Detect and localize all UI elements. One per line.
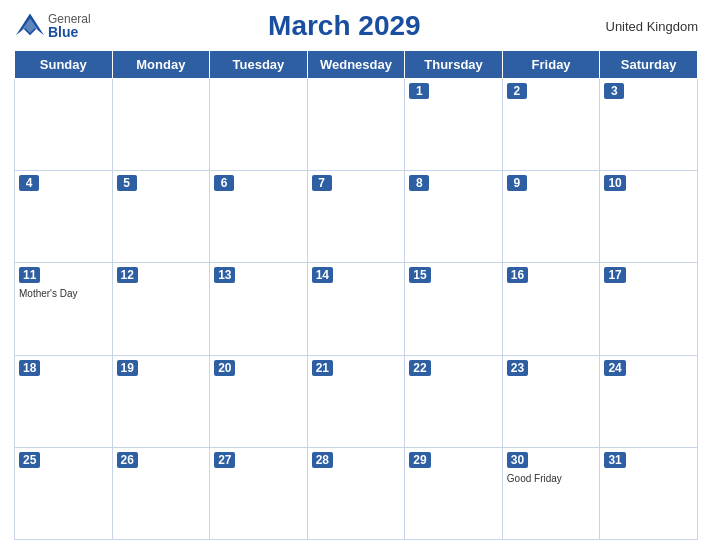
bird-icon [14, 12, 46, 40]
calendar-cell-0-1 [112, 79, 210, 171]
logo-text: General Blue [48, 13, 91, 39]
cell-date-number: 1 [409, 83, 429, 99]
logo-blue-text: Blue [48, 25, 91, 39]
header-friday: Friday [502, 51, 600, 79]
calendar-cell-4-0: 25 [15, 447, 113, 539]
cell-date-number: 3 [604, 83, 624, 99]
cell-date-number: 25 [19, 452, 40, 468]
cell-date-number: 18 [19, 360, 40, 376]
calendar-cell-3-4: 22 [405, 355, 503, 447]
calendar-cell-4-2: 27 [210, 447, 308, 539]
day-headers-row: Sunday Monday Tuesday Wednesday Thursday… [15, 51, 698, 79]
week-row-4: 18192021222324 [15, 355, 698, 447]
cell-date-number: 11 [19, 267, 40, 283]
calendar-cell-3-5: 23 [502, 355, 600, 447]
logo: General Blue [14, 12, 91, 40]
cell-date-number: 5 [117, 175, 137, 191]
header-wednesday: Wednesday [307, 51, 405, 79]
cell-date-number: 4 [19, 175, 39, 191]
calendar-cell-2-6: 17 [600, 263, 698, 355]
header-monday: Monday [112, 51, 210, 79]
calendar-cell-4-4: 29 [405, 447, 503, 539]
calendar-cell-3-2: 20 [210, 355, 308, 447]
cell-date-number: 2 [507, 83, 527, 99]
calendar-cell-1-2: 6 [210, 171, 308, 263]
calendar-cell-1-0: 4 [15, 171, 113, 263]
cell-date-number: 9 [507, 175, 527, 191]
calendar-cell-1-3: 7 [307, 171, 405, 263]
cell-event: Mother's Day [19, 287, 108, 300]
cell-date-number: 21 [312, 360, 333, 376]
header-thursday: Thursday [405, 51, 503, 79]
calendar-cell-1-1: 5 [112, 171, 210, 263]
cell-date-number: 23 [507, 360, 528, 376]
cell-date-number: 19 [117, 360, 138, 376]
cell-date-number: 16 [507, 267, 528, 283]
cell-date-number: 26 [117, 452, 138, 468]
country-label: United Kingdom [598, 19, 698, 34]
calendar-cell-2-5: 16 [502, 263, 600, 355]
calendar-cell-3-1: 19 [112, 355, 210, 447]
cell-date-number: 24 [604, 360, 625, 376]
header-sunday: Sunday [15, 51, 113, 79]
calendar-cell-1-5: 9 [502, 171, 600, 263]
cell-date-number: 29 [409, 452, 430, 468]
calendar-cell-3-6: 24 [600, 355, 698, 447]
calendar-body: 1234567891011Mother's Day121314151617181… [15, 79, 698, 540]
cell-date-number: 17 [604, 267, 625, 283]
calendar-cell-4-3: 28 [307, 447, 405, 539]
calendar-cell-4-1: 26 [112, 447, 210, 539]
cell-date-number: 15 [409, 267, 430, 283]
cell-date-number: 30 [507, 452, 528, 468]
calendar-cell-3-3: 21 [307, 355, 405, 447]
cell-date-number: 27 [214, 452, 235, 468]
cell-date-number: 6 [214, 175, 234, 191]
cell-date-number: 12 [117, 267, 138, 283]
cell-date-number: 10 [604, 175, 625, 191]
cell-date-number: 14 [312, 267, 333, 283]
cell-date-number: 13 [214, 267, 235, 283]
week-row-1: 123 [15, 79, 698, 171]
calendar-cell-0-4: 1 [405, 79, 503, 171]
header-tuesday: Tuesday [210, 51, 308, 79]
week-row-5: 252627282930Good Friday31 [15, 447, 698, 539]
calendar-cell-2-2: 13 [210, 263, 308, 355]
calendar-cell-0-6: 3 [600, 79, 698, 171]
cell-date-number: 7 [312, 175, 332, 191]
header-saturday: Saturday [600, 51, 698, 79]
cell-date-number: 22 [409, 360, 430, 376]
calendar-cell-2-1: 12 [112, 263, 210, 355]
calendar-title: March 2029 [91, 10, 598, 42]
calendar-cell-0-0 [15, 79, 113, 171]
cell-date-number: 31 [604, 452, 625, 468]
calendar-cell-2-4: 15 [405, 263, 503, 355]
calendar-cell-3-0: 18 [15, 355, 113, 447]
calendar-cell-4-6: 31 [600, 447, 698, 539]
calendar-cell-1-4: 8 [405, 171, 503, 263]
week-row-3: 11Mother's Day121314151617 [15, 263, 698, 355]
calendar-cell-0-3 [307, 79, 405, 171]
calendar-cell-1-6: 10 [600, 171, 698, 263]
cell-date-number: 28 [312, 452, 333, 468]
calendar-page: General Blue March 2029 United Kingdom S… [0, 0, 712, 550]
calendar-table: Sunday Monday Tuesday Wednesday Thursday… [14, 50, 698, 540]
cell-date-number: 20 [214, 360, 235, 376]
calendar-cell-2-3: 14 [307, 263, 405, 355]
calendar-cell-0-2 [210, 79, 308, 171]
week-row-2: 45678910 [15, 171, 698, 263]
calendar-cell-4-5: 30Good Friday [502, 447, 600, 539]
cell-date-number: 8 [409, 175, 429, 191]
calendar-cell-2-0: 11Mother's Day [15, 263, 113, 355]
calendar-header: General Blue March 2029 United Kingdom [14, 10, 698, 42]
calendar-cell-0-5: 2 [502, 79, 600, 171]
cell-event: Good Friday [507, 472, 596, 485]
